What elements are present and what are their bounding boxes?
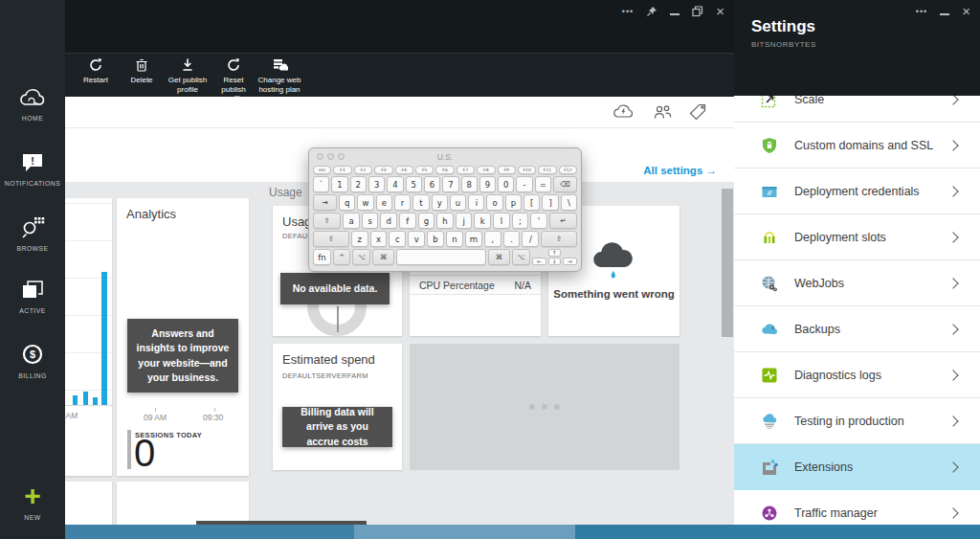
key-8[interactable]: 8 (461, 176, 478, 192)
settings-item-deployment-credentials[interactable]: // Deployment credentials (734, 168, 980, 214)
key-arrow-down[interactable]: ↓ (548, 258, 561, 265)
key-g[interactable]: g (418, 213, 435, 229)
settings-item-extensions[interactable]: Extensions (734, 444, 980, 490)
delete-button[interactable]: Delete (119, 57, 165, 85)
key-F3[interactable]: F3 (374, 166, 392, 174)
key-4[interactable]: 4 (387, 176, 403, 192)
key-space[interactable] (396, 249, 486, 265)
restart-button[interactable]: Restart (73, 57, 119, 85)
sidebar-item-browse[interactable]: BROWSE (0, 214, 65, 252)
key-h[interactable]: h (436, 213, 454, 229)
key-][interactable]: ] (542, 194, 558, 211)
key-k[interactable]: k (474, 213, 491, 229)
key-'[interactable]: ' (530, 213, 547, 229)
key-F11[interactable]: F11 (538, 166, 556, 174)
key-w[interactable]: w (357, 194, 373, 211)
minimize-icon[interactable] (670, 13, 679, 15)
key-2[interactable]: 2 (350, 176, 367, 192)
key-/[interactable]: / (522, 231, 539, 247)
key-F9[interactable]: F9 (498, 166, 516, 174)
more-icon[interactable]: ••• (622, 4, 634, 19)
estimated-spend-tile[interactable]: Estimated spend DEFAULTSERVERFARM Billin… (273, 344, 402, 470)
key-.[interactable]: . (503, 231, 521, 247)
analytics-tile[interactable]: Analytics Answers and insights to improv… (117, 198, 249, 476)
keyboard-titlebar[interactable]: U.S. (313, 150, 577, 164)
all-settings-link[interactable]: All settings → (643, 165, 717, 176)
key-⇥[interactable]: ⇥ (313, 194, 337, 211)
minimize-icon[interactable] (940, 13, 949, 15)
key-⇧[interactable]: ⇧ (313, 231, 349, 247)
key-⌥[interactable]: ⌥ (352, 249, 370, 265)
key-`[interactable]: ` (313, 176, 329, 192)
key--[interactable]: - (516, 176, 532, 192)
key-⌫[interactable]: ⌫ (553, 176, 577, 192)
key-=[interactable]: = (535, 176, 551, 192)
key-^[interactable]: ^ (333, 249, 351, 265)
key-F10[interactable]: F10 (518, 166, 536, 174)
sidebar-item-new[interactable]: + NEW (0, 483, 65, 521)
scrollbar-thumb[interactable] (722, 189, 733, 337)
key-r[interactable]: r (394, 194, 411, 211)
settings-item-testing-in-production[interactable]: Testing in production (734, 398, 980, 444)
close-icon[interactable]: × (716, 4, 724, 19)
key-F4[interactable]: F4 (395, 166, 413, 174)
settings-item-backups[interactable]: Backups (734, 306, 980, 352)
key-d[interactable]: d (380, 213, 397, 229)
key-b[interactable]: b (427, 231, 444, 247)
sidebar-item-notifications[interactable]: ! NOTIFICATIONS (0, 151, 65, 187)
key-1[interactable]: 1 (331, 176, 347, 192)
restore-icon[interactable] (692, 6, 703, 17)
key-5[interactable]: 5 (406, 176, 422, 192)
key-esc[interactable]: esc (313, 166, 331, 174)
key-a[interactable]: a (343, 213, 360, 229)
key-z[interactable]: z (351, 231, 368, 247)
key-0[interactable]: 0 (498, 176, 514, 192)
key-;[interactable]: ; (512, 213, 529, 229)
key-F5[interactable]: F5 (415, 166, 434, 174)
key-[[interactable]: [ (523, 194, 540, 211)
get-publish-profile-button[interactable]: Get publish profile (165, 57, 211, 94)
key-c[interactable]: c (389, 231, 406, 247)
settings-item-diagnostics-logs[interactable]: Diagnostics logs (734, 352, 980, 398)
key-F7[interactable]: F7 (457, 166, 475, 174)
tag-icon[interactable] (688, 102, 707, 122)
key-,[interactable]: , (484, 231, 501, 247)
key-F2[interactable]: F2 (354, 166, 372, 174)
key-y[interactable]: y (432, 194, 448, 211)
key-⌥[interactable]: ⌥ (512, 249, 530, 265)
sidebar-item-billing[interactable]: $ BILLING (0, 342, 65, 379)
key-↵[interactable]: ↵ (549, 213, 577, 229)
key-f[interactable]: f (399, 213, 416, 229)
key-⌘[interactable]: ⌘ (488, 249, 510, 265)
key-arrow-left[interactable]: ← (532, 258, 546, 265)
cloud-lightning-icon[interactable] (612, 102, 636, 122)
key-q[interactable]: q (339, 194, 355, 211)
sidebar-item-active[interactable]: ACTIVE (0, 279, 65, 314)
key-t[interactable]: t (412, 194, 429, 211)
key-i[interactable]: i (468, 194, 484, 211)
reset-publish-profile-button[interactable]: Reset publish profile (211, 57, 256, 103)
key-7[interactable]: 7 (442, 176, 458, 192)
key-fn[interactable]: fn (313, 249, 331, 265)
key-j[interactable]: j (456, 213, 473, 229)
sidebar-item-home[interactable]: HOME (0, 86, 65, 122)
key-\[interactable]: \ (561, 194, 577, 211)
key-F6[interactable]: F6 (435, 166, 454, 174)
key-arrow-right[interactable]: → (563, 258, 577, 265)
key-9[interactable]: 9 (479, 176, 496, 192)
key-x[interactable]: x (370, 231, 388, 247)
key-n[interactable]: n (446, 231, 463, 247)
key-e[interactable]: e (376, 194, 392, 211)
pin-icon[interactable] (646, 6, 657, 17)
people-icon[interactable] (652, 103, 673, 121)
key-F12[interactable]: F12 (559, 166, 577, 174)
key-⌘[interactable]: ⌘ (372, 249, 394, 265)
key-⇪[interactable]: ⇪ (313, 213, 341, 229)
change-web-hosting-plan-button[interactable]: Change web hosting plan (256, 57, 302, 94)
traffic-light-buttons[interactable] (317, 153, 345, 160)
keyboard-viewer[interactable]: U.S. escF1F2F3F4F5F6F7F8F9F10F11F12 `123… (308, 147, 582, 272)
key-p[interactable]: p (505, 194, 522, 211)
key-F8[interactable]: F8 (477, 166, 495, 174)
more-icon[interactable]: ••• (916, 4, 927, 19)
key-s[interactable]: s (362, 213, 379, 229)
